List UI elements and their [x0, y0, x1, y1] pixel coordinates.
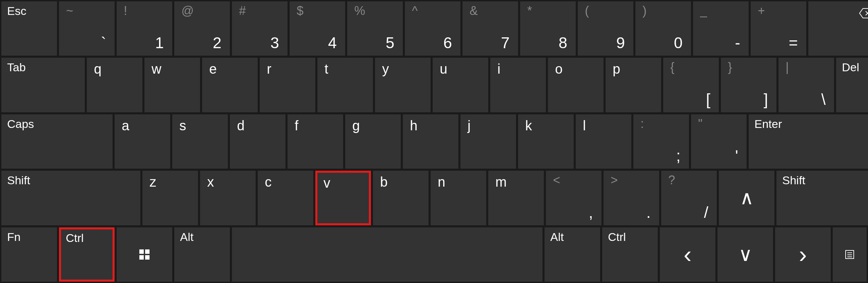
- semicolon-key[interactable]: : ;: [633, 114, 689, 169]
- c-key[interactable]: c: [258, 171, 313, 225]
- s-key[interactable]: s: [172, 114, 228, 169]
- windows-key[interactable]: [117, 227, 172, 282]
- arrow-up-key[interactable]: [719, 171, 774, 225]
- p-key[interactable]: p: [606, 58, 661, 112]
- r-key[interactable]: r: [260, 58, 315, 112]
- chevron-right-icon: [799, 243, 807, 266]
- fn-key[interactable]: Fn: [1, 227, 57, 282]
- left-ctrl-key[interactable]: Ctrl: [59, 227, 115, 282]
- minus-key[interactable]: _ -: [693, 1, 749, 56]
- o-key[interactable]: o: [548, 58, 604, 112]
- backslash-key[interactable]: | \: [778, 58, 834, 112]
- keyboard-row-2: Tab q w e r t y u i o p { [ } ] | \ Del: [1, 58, 867, 112]
- keyboard-row-3: Caps a s d f g h j k l : ; " ' Enter: [1, 114, 867, 169]
- right-shift-key[interactable]: Shift: [776, 171, 868, 225]
- left-shift-key[interactable]: Shift: [1, 171, 140, 225]
- z-key[interactable]: z: [142, 171, 198, 225]
- w-key[interactable]: w: [144, 58, 200, 112]
- d-key[interactable]: d: [230, 114, 285, 169]
- l-key[interactable]: l: [576, 114, 631, 169]
- e-key[interactable]: e: [202, 58, 258, 112]
- digit-0-key[interactable]: ) 0: [635, 1, 691, 56]
- period-key[interactable]: > .: [604, 171, 659, 225]
- digit-6-key[interactable]: ^ 6: [405, 1, 460, 56]
- digit-4-key[interactable]: $ 4: [290, 1, 345, 56]
- v-key[interactable]: v: [315, 171, 371, 225]
- on-screen-keyboard: Esc ~ ` ! 1 @ 2 # 3 $ 4 % 5 ^ 6: [0, 0, 868, 283]
- m-key[interactable]: m: [488, 171, 544, 225]
- quote-key[interactable]: " ': [691, 114, 747, 169]
- windows-icon: [139, 249, 150, 260]
- chevron-up-icon: [740, 188, 754, 207]
- y-key[interactable]: y: [375, 58, 431, 112]
- keyboard-row-4: Shift z x c v b n m < , > . ? / Shift: [1, 171, 867, 225]
- keyboard-row-5: Fn Ctrl Alt Alt Ctrl: [1, 227, 867, 282]
- right-alt-key[interactable]: Alt: [545, 227, 600, 282]
- digit-1-key[interactable]: ! 1: [117, 1, 172, 56]
- backtick-key[interactable]: ~ `: [59, 1, 115, 56]
- digit-3-key[interactable]: # 3: [232, 1, 288, 56]
- u-key[interactable]: u: [433, 58, 488, 112]
- h-key[interactable]: h: [403, 114, 458, 169]
- digit-8-key[interactable]: * 8: [520, 1, 576, 56]
- slash-key[interactable]: ? /: [661, 171, 717, 225]
- digit-5-key[interactable]: % 5: [347, 1, 403, 56]
- digit-9-key[interactable]: ( 9: [578, 1, 633, 56]
- t-key[interactable]: t: [317, 58, 373, 112]
- arrow-right-key[interactable]: [775, 227, 831, 282]
- digit-7-key[interactable]: & 7: [462, 1, 518, 56]
- right-ctrl-key[interactable]: Ctrl: [602, 227, 658, 282]
- left-bracket-key[interactable]: { [: [663, 58, 719, 112]
- g-key[interactable]: g: [345, 114, 401, 169]
- n-key[interactable]: n: [431, 171, 486, 225]
- chevron-left-icon: [684, 243, 691, 266]
- arrow-left-key[interactable]: [660, 227, 715, 282]
- caps-lock-key[interactable]: Caps: [1, 114, 113, 169]
- space-key[interactable]: [232, 227, 542, 282]
- esc-label: Esc: [7, 4, 26, 18]
- comma-key[interactable]: < ,: [546, 171, 601, 225]
- arrow-down-key[interactable]: [717, 227, 773, 282]
- digit-2-key[interactable]: @ 2: [174, 1, 230, 56]
- a-key[interactable]: a: [115, 114, 170, 169]
- tab-key[interactable]: Tab: [1, 58, 85, 112]
- backspace-icon: [859, 7, 868, 18]
- enter-key[interactable]: Enter: [749, 114, 868, 169]
- menu-icon: [845, 250, 854, 259]
- left-alt-key[interactable]: Alt: [174, 227, 230, 282]
- x-key[interactable]: x: [200, 171, 256, 225]
- keyboard-row-1: Esc ~ ` ! 1 @ 2 # 3 $ 4 % 5 ^ 6: [1, 1, 867, 56]
- right-bracket-key[interactable]: } ]: [721, 58, 776, 112]
- i-key[interactable]: i: [490, 58, 546, 112]
- delete-key[interactable]: Del: [836, 58, 868, 112]
- esc-key[interactable]: Esc: [1, 1, 57, 56]
- backspace-key[interactable]: [808, 1, 868, 56]
- q-key[interactable]: q: [87, 58, 142, 112]
- j-key[interactable]: j: [460, 114, 516, 169]
- equals-key[interactable]: + =: [751, 1, 806, 56]
- b-key[interactable]: b: [373, 171, 429, 225]
- f-key[interactable]: f: [288, 114, 343, 169]
- k-key[interactable]: k: [518, 114, 574, 169]
- menu-key[interactable]: [833, 227, 867, 282]
- chevron-down-icon: [738, 245, 752, 264]
